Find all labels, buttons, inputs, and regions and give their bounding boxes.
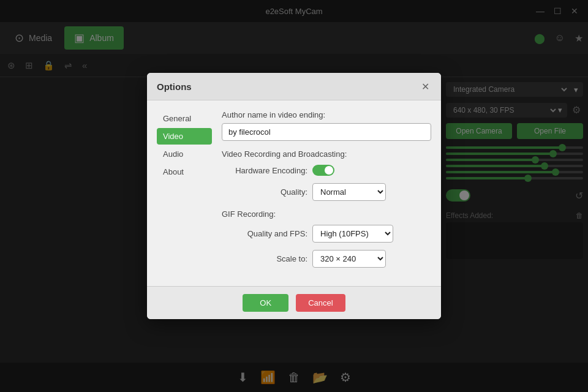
- hardware-encoding-row: Hardware Encoding:: [222, 165, 431, 176]
- sidebar-item-audio[interactable]: Audio: [157, 146, 212, 162]
- modal-close-button[interactable]: ✕: [419, 80, 431, 92]
- hardware-encoding-label: Hardware Encoding:: [222, 166, 307, 175]
- author-label: Author name in video ending:: [222, 110, 431, 119]
- modal-body: General Video Audio About Author name in…: [147, 100, 441, 286]
- modal-footer: OK Cancel: [147, 286, 441, 319]
- gif-quality-dropdown[interactable]: High (10FPS) Low (5FPS) Normal (10FPS) B…: [312, 225, 393, 243]
- scale-dropdown[interactable]: 320 × 240 160 × 120 640 × 480: [312, 250, 386, 268]
- author-group: Author name in video ending:: [222, 110, 431, 141]
- quality-dropdown[interactable]: Normal Low High Best: [312, 183, 386, 201]
- modal-header: Options ✕: [147, 73, 441, 100]
- scale-row: Scale to: 320 × 240 160 × 120 640 × 480: [222, 250, 431, 268]
- sidebar-item-about[interactable]: About: [157, 164, 212, 180]
- video-section-title: Video Recording and Broadcasting:: [222, 149, 431, 159]
- gif-quality-label: Quality and FPS:: [222, 229, 307, 238]
- cancel-button[interactable]: Cancel: [296, 294, 345, 312]
- quality-label: Quality:: [222, 187, 307, 197]
- video-recording-group: Video Recording and Broadcasting: Hardwa…: [222, 149, 431, 201]
- hardware-encoding-toggle[interactable]: [312, 165, 334, 176]
- gif-recording-group: GIF Recording: Quality and FPS: High (10…: [222, 209, 431, 268]
- modal-title: Options: [157, 81, 192, 92]
- author-input[interactable]: [222, 123, 431, 141]
- gif-section-title: GIF Recording:: [222, 209, 431, 219]
- sidebar-item-general[interactable]: General: [157, 110, 212, 127]
- gif-quality-row: Quality and FPS: High (10FPS) Low (5FPS)…: [222, 225, 431, 243]
- modal-main-content: Author name in video ending: Video Recor…: [222, 110, 431, 276]
- quality-row: Quality: Normal Low High Best: [222, 183, 431, 201]
- modal-sidebar: General Video Audio About: [157, 110, 212, 276]
- options-modal: Options ✕ General Video Audio About Auth…: [147, 73, 441, 319]
- modal-overlay: Options ✕ General Video Audio About Auth…: [0, 0, 588, 392]
- ok-button[interactable]: OK: [243, 294, 288, 312]
- scale-label: Scale to:: [222, 254, 307, 263]
- sidebar-item-video[interactable]: Video: [157, 128, 212, 145]
- hardware-encoding-knob: [325, 166, 333, 175]
